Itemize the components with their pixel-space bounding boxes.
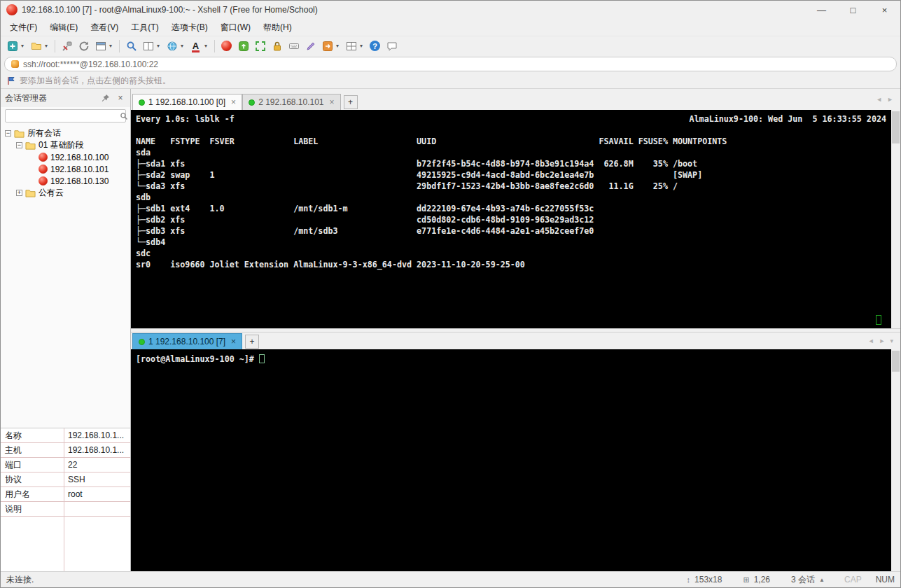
prop-value: 192.168.10.1...	[64, 445, 130, 455]
highlight-pen-icon[interactable]	[302, 38, 319, 54]
notice-bar: 要添加当前会话，点击左侧的箭头按钮。	[1, 73, 900, 89]
tab-close-icon[interactable]: ×	[330, 97, 335, 107]
tab-close-icon[interactable]: ×	[231, 97, 236, 107]
new-session-dropdown[interactable]: ▾	[21, 43, 27, 49]
tree-item-session-130[interactable]: 192.168.10.130	[4, 175, 130, 187]
terminal-top[interactable]: Every 1.0s: lsblk -f AlmaLinux9-100: Wed…	[131, 110, 900, 328]
tree-item-session-101[interactable]: 192.168.10.101	[4, 163, 130, 175]
toolbar: ▾ ▾ ▾ ▾ ▾ A ▾ ▾ ▾ ?	[1, 36, 900, 55]
menu-window[interactable]: 窗口(W)	[214, 20, 257, 36]
terminal-scrollbar[interactable]	[891, 110, 900, 328]
chat-icon[interactable]	[384, 38, 400, 54]
tab-label: 1 192.168.10.100 [7]	[148, 337, 225, 346]
toolbar-separator	[214, 40, 215, 52]
find-icon[interactable]	[123, 38, 139, 54]
session-manager-panel: 会话管理器 × − 所有会话 − 01 基础阶段	[1, 89, 131, 571]
menu-tools[interactable]: 工具(T)	[125, 20, 165, 36]
tree-item-session-100[interactable]: 192.168.10.100	[4, 151, 130, 163]
prop-label: 主机	[1, 444, 64, 456]
panel-close-icon[interactable]: ×	[115, 92, 126, 104]
tree-label: 01 基础阶段	[39, 139, 84, 151]
xftp-icon[interactable]	[235, 38, 251, 54]
disconnect-icon[interactable]	[59, 38, 75, 54]
tab-scroll-arrows: ◄ ►	[876, 96, 896, 103]
tab-session-101[interactable]: 2 192.168.10.101 ×	[242, 94, 340, 110]
new-tab-button[interactable]: +	[344, 95, 358, 109]
font-dropdown[interactable]: ▾	[204, 43, 211, 49]
terminal-cursor	[259, 354, 265, 363]
tab-session-100[interactable]: 1 192.168.10.100 [0] ×	[132, 94, 242, 110]
cursor-position: 1,26	[754, 575, 770, 584]
connected-dot-icon	[139, 339, 145, 345]
menu-help[interactable]: 帮助(H)	[257, 20, 298, 36]
close-button[interactable]: ×	[869, 1, 900, 19]
scrollbar-thumb[interactable]	[892, 351, 900, 372]
tree-item-group-cloud[interactable]: + 公有云	[4, 187, 130, 199]
terminal-size: 153x18	[694, 575, 722, 584]
virtual-keyboard-icon[interactable]	[286, 38, 302, 54]
expand-icon[interactable]: +	[16, 190, 22, 196]
session-properties-dropdown[interactable]: ▾	[109, 43, 116, 49]
maximize-button[interactable]: □	[837, 1, 869, 19]
menu-bar: 文件(F) 编辑(E) 查看(V) 工具(T) 选项卡(B) 窗口(W) 帮助(…	[1, 19, 900, 36]
tab-scroll-right-icon[interactable]: ►	[887, 96, 893, 103]
help-icon[interactable]: ?	[367, 38, 383, 54]
menu-tab[interactable]: 选项卡(B)	[165, 20, 214, 36]
tree-label: 公有云	[39, 187, 64, 199]
open-folder-icon[interactable]	[28, 38, 44, 54]
pin-icon[interactable]	[100, 92, 111, 104]
reconnect-icon[interactable]	[76, 38, 92, 54]
tab-list-dropdown-icon[interactable]: ▾	[890, 337, 893, 344]
session-icon	[39, 153, 48, 162]
toolbar-separator	[119, 40, 120, 52]
color-scheme-globe-icon[interactable]	[164, 38, 180, 54]
prop-label: 名称	[1, 430, 64, 442]
collapse-icon[interactable]: −	[16, 142, 22, 148]
tree-item-group-basic[interactable]: − 01 基础阶段	[4, 139, 130, 151]
info-flag-icon	[6, 76, 15, 85]
prop-value: root	[64, 489, 130, 499]
caps-lock-indicator: CAP	[844, 575, 862, 584]
menu-view[interactable]: 查看(V)	[84, 20, 125, 36]
color-scheme-dropdown[interactable]: ▾	[181, 43, 187, 49]
layout-dropdown[interactable]: ▾	[157, 43, 163, 49]
session-count-expand-icon[interactable]: ▲	[819, 577, 825, 583]
scrollbar-thumb[interactable]	[892, 111, 900, 144]
session-search-input[interactable]	[6, 111, 120, 121]
top-tab-bar: 1 192.168.10.100 [0] × 2 192.168.10.101 …	[131, 89, 900, 110]
transfer-icon[interactable]	[319, 38, 335, 54]
tile-grid-icon[interactable]	[343, 38, 359, 54]
tab-scroll-right-icon[interactable]: ►	[879, 337, 886, 344]
tree-item-all-sessions[interactable]: − 所有会话	[4, 127, 130, 139]
session-properties-icon[interactable]	[92, 38, 109, 54]
menu-edit[interactable]: 编辑(E)	[43, 20, 84, 36]
address-input[interactable]: ssh://root:******@192.168.10.100:22	[4, 57, 897, 71]
lock-icon[interactable]	[269, 38, 285, 54]
prop-value: SSH	[64, 475, 130, 484]
open-dropdown[interactable]: ▾	[45, 43, 51, 49]
bottom-tab-bar: 1 192.168.10.100 [7] × + ◄ ► ▾	[131, 332, 900, 349]
session-search-box[interactable]	[5, 109, 126, 122]
address-text: ssh://root:******@192.168.10.100:22	[23, 59, 158, 69]
fullscreen-icon[interactable]	[252, 38, 268, 54]
num-lock-indicator: NUM	[876, 575, 895, 584]
font-icon[interactable]: A	[188, 38, 204, 54]
session-count[interactable]: 3 会话	[791, 574, 815, 586]
tile-grid-dropdown[interactable]: ▾	[360, 43, 366, 49]
session-tree: − 所有会话 − 01 基础阶段 192.168.10.100 192.168.…	[1, 125, 130, 428]
terminal-bottom[interactable]: [root@AlmaLinux9-100 ~]#	[131, 349, 900, 571]
terminal-scrollbar[interactable]	[891, 349, 900, 571]
tab-session-100-active[interactable]: 1 192.168.10.100 [7] ×	[132, 333, 242, 349]
xshell-icon[interactable]	[218, 38, 235, 54]
layout-icon[interactable]	[140, 38, 156, 54]
menu-file[interactable]: 文件(F)	[4, 20, 43, 36]
collapse-icon[interactable]: −	[5, 130, 11, 136]
tab-scroll-left-icon[interactable]: ◄	[868, 337, 874, 344]
tab-scroll-left-icon[interactable]: ◄	[876, 96, 882, 103]
tree-label: 192.168.10.100	[50, 153, 109, 162]
minimize-button[interactable]: —	[806, 1, 837, 19]
new-session-icon[interactable]	[4, 38, 20, 54]
transfer-dropdown[interactable]: ▾	[336, 43, 342, 49]
tab-close-icon[interactable]: ×	[231, 337, 236, 346]
new-tab-button[interactable]: +	[245, 335, 259, 349]
